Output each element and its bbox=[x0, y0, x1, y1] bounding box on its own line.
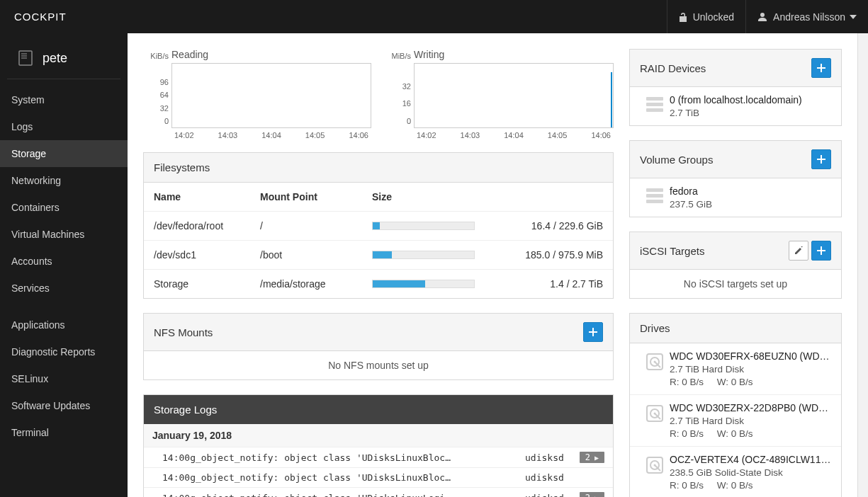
drives-panel: Drives WDC WD30EFRX-68EUZN0 (WD…2.7 TiB … bbox=[629, 313, 842, 497]
item-rw: R: 0 B/s W: 0 B/s bbox=[670, 428, 831, 439]
triangle-right-icon: ▶ bbox=[594, 454, 599, 462]
brand-label: COCKPIT bbox=[14, 11, 67, 23]
plus-icon bbox=[817, 64, 825, 72]
log-row[interactable]: 14:00g_object_notify: object class 'UDis… bbox=[144, 468, 613, 488]
plus-icon bbox=[817, 155, 825, 164]
col-header-name: Name bbox=[154, 191, 260, 202]
chart-canvas[interactable] bbox=[414, 63, 614, 128]
panel-title: Storage Logs bbox=[154, 404, 217, 416]
log-message: g_object_notify: object class 'UDisksLin… bbox=[190, 452, 525, 463]
item-title: WDC WD30EZRX-22D8PB0 (WD… bbox=[670, 402, 831, 413]
lock-label: Unlocked bbox=[693, 11, 734, 23]
add-iscsi-button[interactable] bbox=[811, 241, 831, 261]
col-header-mount: Mount Point bbox=[260, 191, 372, 202]
add-nfs-button[interactable] bbox=[583, 322, 603, 342]
volume-groups-panel: Volume Groups fedora237.5 GiB bbox=[629, 140, 842, 217]
user-menu[interactable]: Andreas Nilsson bbox=[745, 0, 868, 33]
sidebar-item[interactable]: Accounts bbox=[0, 248, 128, 275]
sidebar-item[interactable]: Diagnostic Reports bbox=[0, 338, 128, 365]
sidebar-item[interactable]: Storage bbox=[0, 140, 128, 167]
writing-chart: MiB/s 32 16 0 Writing 14:02 14:03 bbox=[385, 49, 614, 139]
stack-icon bbox=[640, 94, 670, 118]
list-item[interactable]: fedora237.5 GiB bbox=[630, 178, 841, 217]
disk-icon bbox=[640, 402, 670, 439]
filesystems-panel: Filesystems Name Mount Point Size /dev/f… bbox=[143, 152, 614, 299]
reading-chart: KiB/s 96 64 32 0 Reading 14:02 14:03 14:… bbox=[143, 49, 371, 139]
panel-header: Volume Groups bbox=[630, 141, 841, 178]
panel-title: Drives bbox=[640, 322, 670, 334]
sidebar-item[interactable]: Services bbox=[0, 275, 128, 302]
item-subtitle: 238.5 GiB Solid-State Disk bbox=[670, 467, 831, 478]
lock-toggle[interactable]: Unlocked bbox=[667, 0, 745, 33]
plus-icon bbox=[817, 246, 825, 255]
add-raid-button[interactable] bbox=[811, 58, 831, 78]
list-item[interactable]: OCZ-VERTEX4 (OCZ-489ICLW11…238.5 GiB Sol… bbox=[630, 447, 841, 497]
filesystem-row[interactable]: /dev/sdc1/boot185.0 / 975.9 MiB bbox=[144, 241, 613, 270]
log-time: 14:00 bbox=[152, 472, 190, 483]
sidebar-separator bbox=[0, 302, 128, 312]
sidebar-item[interactable]: Applications bbox=[0, 312, 128, 338]
fs-size: 1.4 / 2.7 TiB bbox=[550, 278, 603, 290]
log-row[interactable]: 14:00g_object_notify: object class 'UDis… bbox=[144, 488, 613, 497]
user-name: Andreas Nilsson bbox=[773, 11, 845, 23]
scrollbar[interactable] bbox=[857, 33, 868, 497]
item-title: 0 (from localhost.localdomain) bbox=[670, 94, 831, 105]
panel-header: RAID Devices bbox=[630, 50, 841, 87]
list-item[interactable]: 0 (from localhost.localdomain)2.7 TiB bbox=[630, 87, 841, 125]
add-vg-button[interactable] bbox=[811, 149, 831, 169]
server-icon bbox=[18, 50, 33, 66]
chart-title: Reading bbox=[171, 49, 371, 60]
nfs-empty-text: No NFS mounts set up bbox=[144, 351, 613, 379]
item-title: OCZ-VERTEX4 (OCZ-489ICLW11… bbox=[670, 454, 831, 465]
filesystem-row[interactable]: Storage/media/storage1.4 / 2.7 TiB bbox=[144, 270, 613, 298]
item-subtitle: 2.7 TiB bbox=[670, 108, 831, 118]
filesystem-row[interactable]: /dev/fedora/root/16.4 / 229.6 GiB bbox=[144, 212, 613, 241]
sidebar-item[interactable]: Containers bbox=[0, 194, 128, 221]
item-rw: R: 0 B/s W: 0 B/s bbox=[670, 480, 831, 491]
plus-icon bbox=[589, 328, 597, 336]
panel-header: Drives bbox=[630, 314, 841, 343]
panel-header: Filesystems bbox=[144, 153, 613, 183]
disk-icon bbox=[640, 454, 670, 491]
item-subtitle: 237.5 GiB bbox=[670, 199, 831, 210]
top-header: COCKPIT Unlocked Andreas Nilsson bbox=[0, 0, 868, 33]
unlock-icon bbox=[679, 12, 687, 22]
sidebar: pete SystemLogsStorageNetworkingContaine… bbox=[0, 33, 128, 497]
log-row[interactable]: 14:00g_object_notify: object class 'UDis… bbox=[144, 447, 613, 468]
sidebar-item[interactable]: System bbox=[0, 86, 128, 113]
edit-iscsi-button[interactable] bbox=[789, 241, 808, 261]
sidebar-item[interactable]: Networking bbox=[0, 167, 128, 194]
sidebar-item[interactable]: SELinux bbox=[0, 365, 128, 392]
sidebar-item[interactable]: Terminal bbox=[0, 419, 128, 446]
sidebar-item[interactable]: Virtual Machines bbox=[0, 221, 128, 248]
list-item[interactable]: WDC WD30EFRX-68EUZN0 (WD…2.7 TiB Hard Di… bbox=[630, 343, 841, 395]
chart-canvas[interactable] bbox=[171, 63, 371, 128]
fs-name: /dev/fedora/root bbox=[154, 220, 260, 232]
pencil-icon bbox=[794, 246, 803, 255]
log-service: udisksd bbox=[525, 472, 569, 483]
log-service: udisksd bbox=[525, 452, 569, 463]
item-title: WDC WD30EFRX-68EUZN0 (WD… bbox=[670, 350, 831, 362]
list-item[interactable]: WDC WD30EZRX-22D8PB0 (WD…2.7 TiB Hard Di… bbox=[630, 395, 841, 447]
sidebar-item[interactable]: Logs bbox=[0, 113, 128, 140]
svg-rect-4 bbox=[646, 97, 663, 101]
host-name: pete bbox=[43, 51, 67, 66]
item-subtitle: 2.7 TiB Hard Disk bbox=[670, 364, 831, 375]
panel-title: iSCSI Targets bbox=[640, 245, 704, 257]
fs-mount: / bbox=[260, 220, 372, 232]
fs-size: 16.4 / 229.6 GiB bbox=[531, 220, 603, 232]
chart-title: Writing bbox=[414, 49, 614, 60]
fs-name: Storage bbox=[154, 278, 260, 290]
log-service: udisksd bbox=[525, 493, 569, 498]
iscsi-panel: iSCSI Targets No iSCSI targets set up bbox=[629, 232, 842, 299]
panel-header: Storage Logs bbox=[144, 395, 613, 424]
stack-icon bbox=[640, 185, 670, 210]
panel-title: Filesystems bbox=[154, 161, 210, 173]
host-selector[interactable]: pete bbox=[7, 42, 120, 79]
panel-header: NFS Mounts bbox=[144, 314, 613, 351]
svg-rect-9 bbox=[646, 200, 663, 203]
write-spike bbox=[611, 72, 612, 127]
triangle-right-icon: ▶ bbox=[594, 494, 599, 498]
sidebar-item[interactable]: Software Updates bbox=[0, 392, 128, 419]
usage-bar bbox=[372, 251, 475, 259]
